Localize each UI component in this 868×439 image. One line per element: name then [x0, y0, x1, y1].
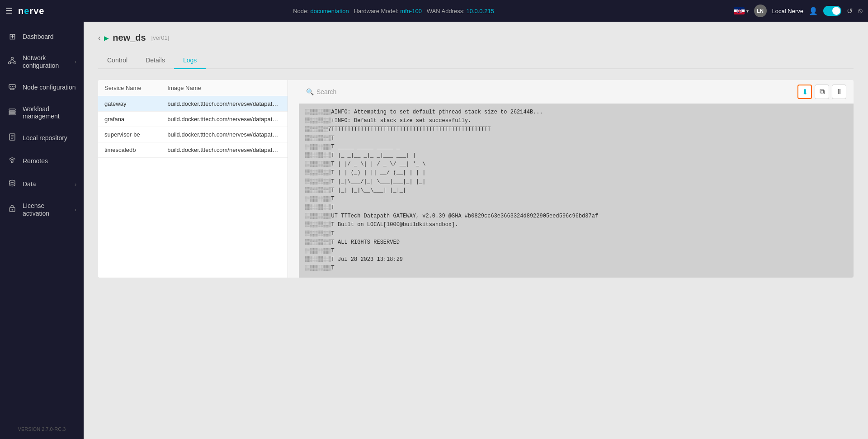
svg-point-20 [11, 161, 13, 163]
logout-icon[interactable]: ⎋ [858, 7, 863, 15]
cell-image-name: build.docker.tttech.com/nervesw/datapath… [161, 96, 288, 112]
sidebar-item-label: Dashboard [23, 33, 76, 41]
log-line: ░░░░░░░░T Built on LOCAL[1000@buildkitsa… [305, 221, 847, 229]
workload-icon [7, 108, 17, 118]
data-icon [7, 179, 17, 189]
repository-icon [7, 133, 17, 143]
col-service-name: Service Name [98, 80, 161, 96]
network-icon [7, 57, 17, 67]
log-content: ░░░░░░░░AINFO: Attempting to set default… [299, 104, 854, 278]
log-line: ░░░░░░░░T |_| |_|\__\___| |_|_| [305, 186, 847, 195]
log-line: ░░░░░░░░T [305, 264, 847, 273]
sidebar-item-label: Network configuration [23, 54, 69, 70]
svg-point-2 [14, 62, 16, 64]
svg-point-21 [9, 180, 15, 183]
cell-service-name: grafana [98, 112, 161, 127]
log-line: ░░░░░░░░T Jul 28 2023 13:18:29 [305, 255, 847, 264]
active-toggle[interactable] [823, 6, 841, 16]
svg-rect-9 [14, 86, 14, 87]
sidebar-item-license-activation[interactable]: License activation › [0, 196, 84, 224]
log-line: ░░░░░░░░T ALL RIGHTS RESERVED [305, 238, 847, 247]
search-input[interactable] [316, 88, 794, 95]
app-logo: nerve [18, 6, 44, 16]
svg-line-4 [12, 60, 15, 62]
sidebar-item-workload-management[interactable]: Workload management [0, 99, 84, 127]
page-version: [ver01] [151, 34, 170, 41]
pause-button[interactable]: ⏸ [832, 85, 846, 99]
svg-rect-14 [9, 111, 15, 113]
node-info: Node: documentation Hardware Model: mfn-… [59, 8, 728, 14]
sidebar-item-label: Local repository [23, 134, 76, 142]
logs-actions: ⬇ ⧉ ⏸ [797, 85, 846, 99]
sidebar-item-label: License activation [23, 202, 69, 217]
log-line: ░░░░░░░░T [305, 203, 847, 212]
search-icon: 🔍 [306, 88, 314, 95]
chevron-right-icon: › [75, 59, 76, 65]
log-line: ░░░░░░░░T | | (_) | || __/ (__| | | | [305, 169, 847, 177]
sidebar-item-label: Workload management [23, 105, 76, 121]
log-line: ░░░░░░░░AINFO: Attempting to set default… [305, 108, 847, 117]
table-row[interactable]: grafana build.docker.tttech.com/nervesw/… [98, 112, 288, 127]
sidebar: ⊞ Dashboard Network configuration › [0, 22, 84, 439]
svg-rect-8 [12, 86, 13, 87]
refresh-icon[interactable]: ↺ [847, 7, 853, 15]
ln-badge: LN [754, 5, 767, 17]
log-line: ░░░░░░░░T |_ _|__ _|_ _|___ ___| | [305, 151, 847, 160]
table-row[interactable]: gateway build.docker.tttech.com/nervesw/… [98, 96, 288, 112]
logs-toolbar: 🔍 ⬇ ⧉ ⏸ [299, 80, 854, 104]
sidebar-item-label: Remotes [23, 157, 76, 165]
main-layout: ⊞ Dashboard Network configuration › [0, 22, 868, 439]
sidebar-item-node-configuration[interactable]: Node configuration [0, 76, 84, 99]
node-link[interactable]: documentation [310, 8, 349, 14]
sidebar-item-network-configuration[interactable]: Network configuration › [0, 48, 84, 76]
sidebar-item-dashboard[interactable]: ⊞ Dashboard [0, 25, 84, 48]
tab-details[interactable]: Details [137, 52, 174, 69]
wan-link[interactable]: 10.0.0.215 [466, 8, 494, 14]
cell-image-name: build.docker.tttech.com/nervesw/datapath… [161, 142, 288, 158]
svg-rect-7 [10, 86, 11, 87]
log-line: ░░░░░░░░T _____ _____ _____ _ [305, 143, 847, 151]
chevron-right-icon: › [75, 181, 76, 188]
sidebar-item-local-repository[interactable]: Local repository [0, 127, 84, 150]
sidebar-item-label: Node configuration [23, 84, 76, 91]
play-icon: ▶ [104, 34, 109, 42]
log-line: ░░░░░░░░+INFO: Default stack size set su… [305, 117, 847, 125]
local-nerve-label: Local Nerve [772, 8, 803, 14]
tab-logs[interactable]: Logs [174, 52, 206, 69]
cell-service-name: gateway [98, 96, 161, 112]
node-icon [7, 82, 17, 93]
service-table: Service Name Image Name gateway build.do… [98, 80, 288, 278]
back-button[interactable]: ‹ [98, 34, 100, 42]
svg-line-3 [9, 60, 12, 62]
copy-button[interactable]: ⧉ [815, 85, 829, 99]
chevron-right-icon: › [75, 207, 76, 213]
content-area: Service Name Image Name gateway build.do… [98, 80, 854, 278]
log-line: ░░░░░░░░UT TTTech Datapath GATEWAY, v2.0… [305, 212, 847, 221]
log-line: ░░░░░░░░T | |/ _ \| | / _ \/ __| '_ \ [305, 160, 847, 169]
menu-hamburger-icon[interactable]: ☰ [5, 6, 13, 16]
svg-rect-13 [9, 109, 15, 110]
page-title: new_ds [113, 33, 146, 43]
page-header: ‹ ▶ new_ds [ver01] [98, 33, 854, 43]
log-line: ░░░░░░░░T [305, 230, 847, 238]
user-icon[interactable]: 👤 [809, 7, 818, 15]
toggle-dot [832, 7, 840, 15]
sidebar-item-label: Data [23, 180, 69, 188]
main-content: ‹ ▶ new_ds [ver01] Control Details Logs … [84, 22, 868, 439]
log-line: ░░░░░░░░T [305, 195, 847, 203]
table-row[interactable]: supervisor-be build.docker.tttech.com/ne… [98, 127, 288, 142]
remotes-icon [7, 156, 17, 166]
log-line: ░░░░░░░░T [305, 247, 847, 255]
log-line: ░░░░░░░░T |_|\___/|_| \___|___|_| |_| [305, 178, 847, 186]
sidebar-item-remotes[interactable]: Remotes [0, 150, 84, 173]
log-line: ░░░░░░░7TTTTTTTTTTTTTTTTTTTTTTTTTTTTTTTT… [305, 125, 847, 134]
chevron-down-icon: ▾ [746, 9, 749, 14]
flag-icon: 🇬🇧 [734, 7, 745, 14]
license-icon [7, 204, 17, 215]
hardware-link[interactable]: mfn-100 [400, 8, 422, 14]
language-selector[interactable]: 🇬🇧 ▾ [734, 7, 749, 14]
table-row[interactable]: timescaledb build.docker.tttech.com/nerv… [98, 142, 288, 158]
tab-control[interactable]: Control [98, 52, 137, 69]
sidebar-item-data[interactable]: Data › [0, 173, 84, 196]
download-button[interactable]: ⬇ [797, 85, 812, 99]
